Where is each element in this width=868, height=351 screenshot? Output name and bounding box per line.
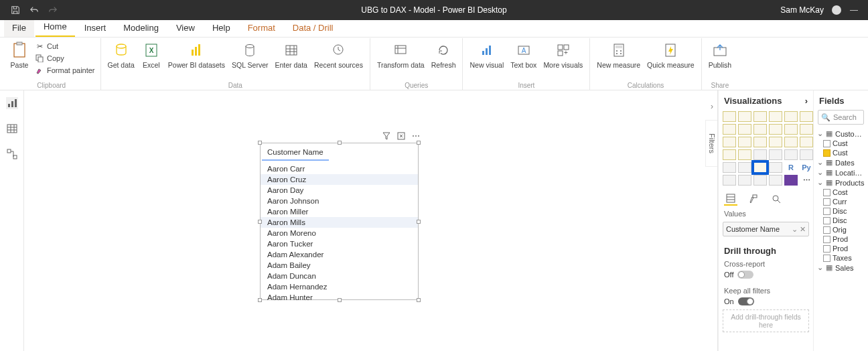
format-tab-icon[interactable] — [747, 192, 760, 206]
field-item[interactable]: Curr — [815, 197, 867, 206]
resize-handle[interactable] — [338, 298, 342, 302]
viz-clustered-bar[interactable] — [753, 111, 767, 122]
table-visual[interactable]: ⋯ Customer Name Aaron Carr Aaron Cruz Aa… — [260, 143, 419, 300]
copy-button[interactable]: Copy — [33, 53, 96, 64]
fields-search[interactable]: 🔍Search — [818, 110, 864, 125]
viz-line-col[interactable] — [769, 124, 782, 135]
format-painter-button[interactable]: Format painter — [33, 65, 96, 76]
table-row[interactable]: Aaron Day — [261, 185, 418, 196]
tab-home[interactable]: Home — [35, 17, 75, 37]
new-visual-button[interactable]: New visual — [467, 40, 506, 70]
field-item[interactable]: Orig — [815, 225, 867, 234]
viz-filled-map[interactable] — [738, 149, 751, 160]
table-row[interactable]: Aaron Johnson — [261, 196, 418, 206]
table-row[interactable]: Aaron Mills — [261, 217, 418, 228]
publish-button[interactable]: Publish — [706, 40, 734, 70]
save-icon[interactable] — [11, 5, 20, 15]
chevron-right-icon[interactable]: › — [805, 96, 808, 106]
quick-measure-button[interactable]: Quick measure — [644, 40, 697, 70]
table-dates[interactable]: ⌄▦Dates — [815, 157, 867, 167]
resize-handle[interactable] — [258, 298, 262, 302]
remove-field-icon[interactable]: ✕ — [800, 225, 806, 234]
sql-server-button[interactable]: SQL Server — [229, 40, 271, 70]
table-row[interactable]: Adam Hernandez — [261, 281, 418, 292]
resize-handle[interactable] — [338, 141, 342, 145]
field-item[interactable]: Disc — [815, 206, 867, 216]
table-row[interactable]: Adam Alexander — [261, 249, 418, 260]
transform-data-button[interactable]: Transform data — [374, 40, 427, 70]
viz-qna[interactable] — [753, 175, 767, 186]
table-row[interactable]: Adam Duncan — [261, 271, 418, 281]
analytics-tab-icon[interactable] — [770, 192, 783, 206]
tab-file[interactable]: File — [4, 19, 34, 37]
filters-pane-tab[interactable]: Filters — [705, 120, 717, 167]
table-sales[interactable]: ⌄▦Sales — [815, 263, 867, 273]
viz-line-col2[interactable] — [784, 124, 798, 135]
viz-clustered-col[interactable] — [769, 111, 782, 122]
table-row[interactable]: Adam Bailey — [261, 260, 418, 271]
viz-decomp[interactable] — [738, 175, 751, 186]
tab-format[interactable]: Format — [240, 19, 283, 37]
tab-view[interactable]: View — [168, 19, 203, 37]
tab-help[interactable]: Help — [204, 19, 238, 37]
viz-kpi[interactable] — [723, 162, 736, 173]
field-item[interactable]: Prod — [815, 244, 867, 253]
viz-more[interactable]: ⋯ — [800, 175, 813, 186]
viz-gauge[interactable] — [769, 149, 782, 160]
table-row[interactable]: Aaron Carr — [261, 163, 418, 174]
model-view-icon[interactable] — [6, 148, 18, 160]
viz-scatter[interactable] — [753, 137, 767, 147]
collapse-panes-icon[interactable]: › — [707, 100, 717, 113]
field-item[interactable]: Cust — [815, 148, 867, 157]
more-options-icon[interactable]: ⋯ — [411, 131, 421, 141]
viz-pie[interactable] — [769, 137, 782, 147]
enter-data-button[interactable]: Enter data — [273, 40, 310, 70]
paste-button[interactable]: Paste — [7, 40, 32, 70]
viz-stacked-col[interactable] — [738, 111, 751, 122]
viz-custom[interactable] — [784, 175, 798, 186]
undo-icon[interactable] — [29, 5, 39, 15]
avatar[interactable] — [832, 5, 841, 15]
keep-filters-toggle[interactable] — [738, 297, 754, 305]
recent-sources-button[interactable]: Recent sources — [311, 40, 366, 70]
viz-r[interactable]: R — [784, 162, 798, 173]
field-item[interactable]: Disc — [815, 216, 867, 225]
viz-stacked-bar[interactable] — [723, 111, 736, 122]
focus-mode-icon[interactable] — [396, 131, 406, 141]
tab-insert[interactable]: Insert — [76, 19, 115, 37]
viz-100-bar[interactable] — [784, 111, 798, 122]
viz-key-influencer[interactable] — [723, 175, 736, 186]
table-row[interactable]: Aaron Moreno — [261, 228, 418, 238]
tab-modeling[interactable]: Modeling — [115, 19, 167, 37]
viz-paginated[interactable] — [769, 175, 782, 186]
drill-fields-drop[interactable]: Add drill-through fields here — [723, 309, 809, 332]
get-data-button[interactable]: Get data — [105, 40, 137, 70]
cross-report-toggle[interactable] — [737, 271, 753, 279]
text-box-button[interactable]: AText box — [508, 40, 539, 70]
viz-matrix[interactable] — [769, 162, 782, 173]
viz-waterfall[interactable] — [723, 137, 736, 147]
cut-button[interactable]: ✂Cut — [33, 41, 96, 52]
viz-py[interactable]: Py — [800, 162, 813, 173]
field-item[interactable]: Taxes — [815, 253, 867, 263]
table-header[interactable]: Customer Name — [262, 145, 329, 161]
table-products[interactable]: ⌄▦Products — [815, 178, 867, 188]
excel-button[interactable]: XExcel — [139, 40, 164, 70]
field-item[interactable]: Cust — [815, 139, 867, 148]
chevron-down-icon[interactable]: ⌄ — [792, 225, 798, 234]
resize-handle[interactable] — [417, 298, 421, 302]
refresh-button[interactable]: Refresh — [429, 40, 459, 70]
viz-area[interactable] — [738, 124, 751, 135]
tab-datadrill[interactable]: Data / Drill — [285, 19, 342, 37]
pbi-datasets-button[interactable]: Power BI datasets — [165, 40, 228, 70]
field-item[interactable]: Prod — [815, 234, 867, 244]
table-row[interactable]: Aaron Miller — [261, 206, 418, 217]
table-row[interactable]: Aaron Cruz — [261, 174, 418, 185]
viz-ribbon[interactable] — [800, 124, 813, 135]
table-row[interactable]: Aaron Tucker — [261, 238, 418, 249]
resize-handle[interactable] — [258, 141, 262, 145]
viz-treemap[interactable] — [800, 137, 813, 147]
minimize-icon[interactable]: — — [849, 5, 859, 15]
report-view-icon[interactable] — [6, 97, 18, 109]
values-well[interactable]: Customer Name⌄✕ — [723, 222, 809, 236]
